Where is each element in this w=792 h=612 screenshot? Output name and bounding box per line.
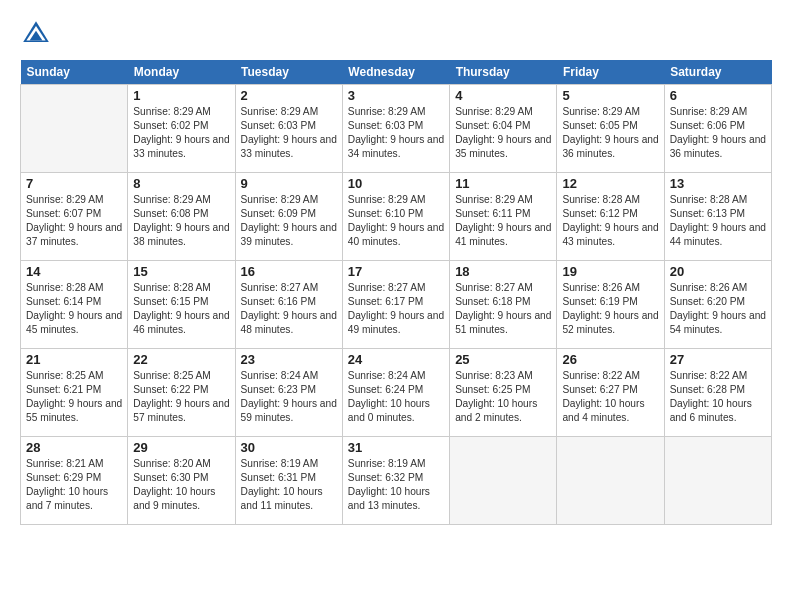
daylight-label: Daylight: 9 hours and 46 minutes.: [133, 310, 229, 335]
week-row-3: 21Sunrise: 8:25 AMSunset: 6:21 PMDayligh…: [21, 349, 772, 437]
day-cell-25: 25Sunrise: 8:23 AMSunset: 6:25 PMDayligh…: [450, 349, 557, 437]
day-cell-13: 13Sunrise: 8:28 AMSunset: 6:13 PMDayligh…: [664, 173, 771, 261]
daylight-label: Daylight: 10 hours and 0 minutes.: [348, 398, 430, 423]
day-info: Sunrise: 8:23 AMSunset: 6:25 PMDaylight:…: [455, 369, 551, 425]
sunrise-label: Sunrise: 8:25 AM: [26, 370, 104, 381]
day-number: 25: [455, 352, 551, 367]
calendar-table: SundayMondayTuesdayWednesdayThursdayFrid…: [20, 60, 772, 525]
sunrise-label: Sunrise: 8:29 AM: [562, 106, 640, 117]
daylight-label: Daylight: 9 hours and 55 minutes.: [26, 398, 122, 423]
daylight-label: Daylight: 9 hours and 57 minutes.: [133, 398, 229, 423]
daylight-label: Daylight: 9 hours and 40 minutes.: [348, 222, 444, 247]
daylight-label: Daylight: 9 hours and 36 minutes.: [562, 134, 658, 159]
day-number: 30: [241, 440, 337, 455]
empty-cell: [664, 437, 771, 525]
day-number: 31: [348, 440, 444, 455]
day-cell-17: 17Sunrise: 8:27 AMSunset: 6:17 PMDayligh…: [342, 261, 449, 349]
day-number: 5: [562, 88, 658, 103]
sunrise-label: Sunrise: 8:19 AM: [241, 458, 319, 469]
daylight-label: Daylight: 9 hours and 33 minutes.: [133, 134, 229, 159]
daylight-label: Daylight: 9 hours and 36 minutes.: [670, 134, 766, 159]
weekday-header-row: SundayMondayTuesdayWednesdayThursdayFrid…: [21, 60, 772, 85]
day-cell-19: 19Sunrise: 8:26 AMSunset: 6:19 PMDayligh…: [557, 261, 664, 349]
sunset-label: Sunset: 6:15 PM: [133, 296, 208, 307]
sunset-label: Sunset: 6:18 PM: [455, 296, 530, 307]
day-number: 18: [455, 264, 551, 279]
day-info: Sunrise: 8:28 AMSunset: 6:13 PMDaylight:…: [670, 193, 766, 249]
sunset-label: Sunset: 6:09 PM: [241, 208, 316, 219]
sunset-label: Sunset: 6:21 PM: [26, 384, 101, 395]
day-number: 7: [26, 176, 122, 191]
daylight-label: Daylight: 9 hours and 41 minutes.: [455, 222, 551, 247]
day-cell-24: 24Sunrise: 8:24 AMSunset: 6:24 PMDayligh…: [342, 349, 449, 437]
day-info: Sunrise: 8:29 AMSunset: 6:10 PMDaylight:…: [348, 193, 444, 249]
sunrise-label: Sunrise: 8:26 AM: [562, 282, 640, 293]
sunset-label: Sunset: 6:20 PM: [670, 296, 745, 307]
day-cell-23: 23Sunrise: 8:24 AMSunset: 6:23 PMDayligh…: [235, 349, 342, 437]
daylight-label: Daylight: 9 hours and 52 minutes.: [562, 310, 658, 335]
day-number: 28: [26, 440, 122, 455]
daylight-label: Daylight: 10 hours and 11 minutes.: [241, 486, 323, 511]
sunrise-label: Sunrise: 8:29 AM: [670, 106, 748, 117]
day-cell-14: 14Sunrise: 8:28 AMSunset: 6:14 PMDayligh…: [21, 261, 128, 349]
daylight-label: Daylight: 9 hours and 43 minutes.: [562, 222, 658, 247]
sunrise-label: Sunrise: 8:24 AM: [241, 370, 319, 381]
daylight-label: Daylight: 9 hours and 39 minutes.: [241, 222, 337, 247]
sunset-label: Sunset: 6:25 PM: [455, 384, 530, 395]
day-info: Sunrise: 8:19 AMSunset: 6:31 PMDaylight:…: [241, 457, 337, 513]
day-info: Sunrise: 8:20 AMSunset: 6:30 PMDaylight:…: [133, 457, 229, 513]
daylight-label: Daylight: 9 hours and 51 minutes.: [455, 310, 551, 335]
day-info: Sunrise: 8:29 AMSunset: 6:02 PMDaylight:…: [133, 105, 229, 161]
sunset-label: Sunset: 6:04 PM: [455, 120, 530, 131]
day-cell-30: 30Sunrise: 8:19 AMSunset: 6:31 PMDayligh…: [235, 437, 342, 525]
day-number: 6: [670, 88, 766, 103]
day-info: Sunrise: 8:29 AMSunset: 6:11 PMDaylight:…: [455, 193, 551, 249]
day-number: 4: [455, 88, 551, 103]
daylight-label: Daylight: 9 hours and 34 minutes.: [348, 134, 444, 159]
day-number: 27: [670, 352, 766, 367]
day-info: Sunrise: 8:27 AMSunset: 6:18 PMDaylight:…: [455, 281, 551, 337]
day-info: Sunrise: 8:29 AMSunset: 6:08 PMDaylight:…: [133, 193, 229, 249]
sunset-label: Sunset: 6:22 PM: [133, 384, 208, 395]
sunrise-label: Sunrise: 8:22 AM: [670, 370, 748, 381]
day-info: Sunrise: 8:29 AMSunset: 6:07 PMDaylight:…: [26, 193, 122, 249]
day-info: Sunrise: 8:28 AMSunset: 6:12 PMDaylight:…: [562, 193, 658, 249]
weekday-header-monday: Monday: [128, 60, 235, 85]
day-number: 23: [241, 352, 337, 367]
day-number: 9: [241, 176, 337, 191]
logo-icon: [20, 18, 52, 50]
week-row-1: 7Sunrise: 8:29 AMSunset: 6:07 PMDaylight…: [21, 173, 772, 261]
daylight-label: Daylight: 9 hours and 54 minutes.: [670, 310, 766, 335]
day-number: 1: [133, 88, 229, 103]
sunset-label: Sunset: 6:19 PM: [562, 296, 637, 307]
daylight-label: Daylight: 10 hours and 6 minutes.: [670, 398, 752, 423]
empty-cell: [450, 437, 557, 525]
sunrise-label: Sunrise: 8:27 AM: [348, 282, 426, 293]
day-cell-28: 28Sunrise: 8:21 AMSunset: 6:29 PMDayligh…: [21, 437, 128, 525]
sunrise-label: Sunrise: 8:25 AM: [133, 370, 211, 381]
daylight-label: Daylight: 10 hours and 13 minutes.: [348, 486, 430, 511]
sunrise-label: Sunrise: 8:28 AM: [133, 282, 211, 293]
daylight-label: Daylight: 10 hours and 9 minutes.: [133, 486, 215, 511]
day-number: 17: [348, 264, 444, 279]
daylight-label: Daylight: 9 hours and 33 minutes.: [241, 134, 337, 159]
header: [20, 18, 772, 50]
day-number: 29: [133, 440, 229, 455]
day-number: 16: [241, 264, 337, 279]
sunset-label: Sunset: 6:13 PM: [670, 208, 745, 219]
day-cell-6: 6Sunrise: 8:29 AMSunset: 6:06 PMDaylight…: [664, 85, 771, 173]
daylight-label: Daylight: 9 hours and 44 minutes.: [670, 222, 766, 247]
day-number: 13: [670, 176, 766, 191]
sunrise-label: Sunrise: 8:27 AM: [455, 282, 533, 293]
day-number: 15: [133, 264, 229, 279]
day-number: 22: [133, 352, 229, 367]
sunrise-label: Sunrise: 8:21 AM: [26, 458, 104, 469]
sunrise-label: Sunrise: 8:29 AM: [133, 194, 211, 205]
sunset-label: Sunset: 6:16 PM: [241, 296, 316, 307]
day-info: Sunrise: 8:25 AMSunset: 6:21 PMDaylight:…: [26, 369, 122, 425]
day-cell-15: 15Sunrise: 8:28 AMSunset: 6:15 PMDayligh…: [128, 261, 235, 349]
day-number: 8: [133, 176, 229, 191]
day-cell-31: 31Sunrise: 8:19 AMSunset: 6:32 PMDayligh…: [342, 437, 449, 525]
day-cell-21: 21Sunrise: 8:25 AMSunset: 6:21 PMDayligh…: [21, 349, 128, 437]
day-info: Sunrise: 8:29 AMSunset: 6:09 PMDaylight:…: [241, 193, 337, 249]
